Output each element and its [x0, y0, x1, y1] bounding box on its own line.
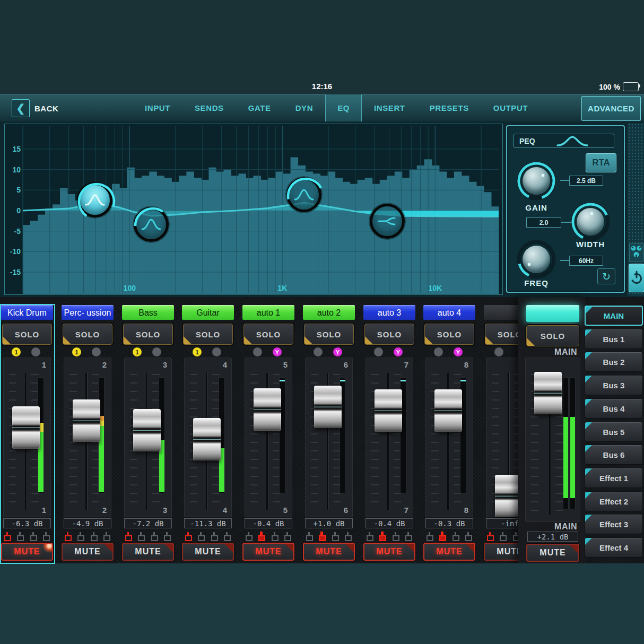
eq-type-selector[interactable]: PEQ [514, 134, 614, 148]
route-assign-1[interactable] [487, 535, 494, 541]
route-assign-3[interactable] [151, 535, 158, 541]
fader-1[interactable] [12, 406, 40, 449]
rta-button[interactable]: RTA [586, 153, 616, 172]
route-assign-3[interactable] [393, 535, 399, 541]
route-assign-2[interactable] [17, 535, 24, 541]
tab-input[interactable]: INPUT [133, 94, 182, 121]
solo-button-main[interactable]: SOLO [526, 325, 579, 346]
route-assign-1[interactable] [367, 535, 373, 541]
eq-band-handle-4[interactable] [370, 204, 405, 239]
back-button[interactable]: ❮ BACK [12, 99, 58, 118]
route-assign-4[interactable] [345, 535, 352, 541]
mute-button-main[interactable]: MUTE [526, 544, 579, 562]
solo-button-6[interactable]: SOLO [304, 324, 354, 345]
mute-button-5[interactable]: MUTE [242, 543, 294, 561]
advanced-button[interactable]: ADVANCED [581, 96, 641, 121]
channel-name-5[interactable]: auto 1 [242, 305, 294, 320]
route-assign-3[interactable] [452, 535, 459, 541]
fader-8[interactable] [434, 389, 462, 432]
bus-button-bus-5[interactable]: Bus 5 [585, 422, 643, 442]
fader-5[interactable] [254, 388, 281, 431]
route-assign-3[interactable] [272, 535, 279, 541]
reset-button[interactable]: ↺ [597, 268, 615, 284]
freq-knob[interactable] [516, 239, 556, 280]
fader-7[interactable] [375, 389, 402, 432]
route-assign-3[interactable] [91, 535, 98, 541]
eq-band-handle-3[interactable] [286, 177, 321, 212]
route-assign-1[interactable] [125, 535, 132, 541]
bus-button-effect-4[interactable]: Effect 4 [585, 537, 643, 558]
route-assign-4[interactable] [164, 535, 171, 541]
channel-name-1[interactable]: Kick Drum [1, 305, 53, 320]
route-assign-2[interactable] [439, 535, 446, 541]
fader-2[interactable] [73, 399, 100, 442]
route-assign-2[interactable] [138, 535, 145, 541]
route-assign-1[interactable] [306, 535, 313, 541]
channel-name-4[interactable]: Guitar [182, 305, 234, 320]
route-assign-2[interactable] [258, 535, 265, 541]
mute-button-3[interactable]: MUTE [122, 543, 174, 561]
route-assign-2[interactable] [319, 535, 326, 541]
knobs-view-button[interactable] [629, 243, 644, 262]
bus-button-bus-6[interactable]: Bus 6 [585, 445, 643, 465]
route-assign-2[interactable] [379, 535, 386, 541]
solo-button-1[interactable]: SOLO [2, 324, 52, 345]
bus-button-main[interactable]: MAIN [585, 306, 643, 326]
solo-button-7[interactable]: SOLO [364, 324, 414, 345]
route-assign-4[interactable] [43, 535, 50, 541]
channel-name-2[interactable]: Perc- ussion [62, 305, 114, 320]
mute-button-1[interactable]: MUTE [1, 543, 53, 561]
channel-name-3[interactable]: Bass [122, 305, 174, 320]
solo-button-5[interactable]: SOLO [243, 324, 293, 345]
route-assign-2[interactable] [500, 535, 507, 541]
bus-button-bus-3[interactable]: Bus 3 [585, 375, 643, 395]
channel-name-8[interactable]: auto 4 [423, 305, 475, 320]
mute-button-8[interactable]: MUTE [423, 543, 475, 561]
bus-button-bus-4[interactable]: Bus 4 [585, 398, 643, 419]
route-assign-2[interactable] [77, 535, 84, 541]
main-channel-name[interactable] [526, 305, 579, 322]
route-assign-1[interactable] [246, 535, 253, 541]
route-assign-4[interactable] [465, 535, 472, 541]
bus-button-effect-1[interactable]: Effect 1 [585, 468, 643, 488]
fader-4[interactable] [193, 418, 221, 460]
mute-button-4[interactable]: MUTE [182, 543, 234, 561]
bus-button-bus-2[interactable]: Bus 2 [585, 352, 643, 372]
route-assign-1[interactable] [4, 535, 11, 541]
route-assign-3[interactable] [211, 535, 218, 541]
eq-band-handle-1[interactable] [77, 182, 112, 217]
power-button[interactable] [629, 264, 644, 292]
tab-presets[interactable]: PRESETS [417, 94, 481, 121]
solo-button-3[interactable]: SOLO [123, 324, 173, 345]
fader-3[interactable] [133, 409, 161, 451]
route-assign-1[interactable] [65, 535, 72, 541]
tab-gate[interactable]: GATE [236, 94, 283, 121]
route-assign-1[interactable] [185, 535, 192, 541]
route-assign-4[interactable] [103, 535, 110, 541]
tab-dyn[interactable]: DYN [283, 94, 325, 121]
bus-button-effect-2[interactable]: Effect 2 [585, 491, 643, 511]
channel-name-6[interactable]: auto 2 [303, 305, 355, 320]
fader-main[interactable] [534, 372, 562, 414]
route-assign-4[interactable] [284, 535, 291, 541]
gain-knob[interactable] [516, 161, 556, 201]
bus-button-bus-1[interactable]: Bus 1 [585, 329, 643, 349]
mute-button-7[interactable]: MUTE [363, 543, 415, 561]
bus-button-effect-3[interactable]: Effect 3 [585, 514, 643, 534]
solo-button-8[interactable]: SOLO [424, 324, 474, 345]
fader-6[interactable] [314, 386, 342, 428]
tab-sends[interactable]: SENDS [182, 94, 236, 121]
solo-button-2[interactable]: SOLO [63, 324, 112, 345]
tab-eq[interactable]: EQ [325, 94, 362, 121]
channel-name-7[interactable]: auto 3 [363, 305, 415, 320]
mute-button-2[interactable]: MUTE [62, 543, 114, 561]
route-assign-3[interactable] [332, 535, 339, 541]
mute-button-6[interactable]: MUTE [303, 543, 355, 561]
route-assign-1[interactable] [427, 535, 433, 541]
route-assign-2[interactable] [198, 535, 205, 541]
width-knob[interactable] [570, 202, 611, 242]
route-assign-4[interactable] [405, 535, 412, 541]
tab-insert[interactable]: INSERT [362, 94, 417, 121]
eq-band-handle-2[interactable] [134, 207, 169, 242]
solo-button-4[interactable]: SOLO [183, 324, 233, 345]
